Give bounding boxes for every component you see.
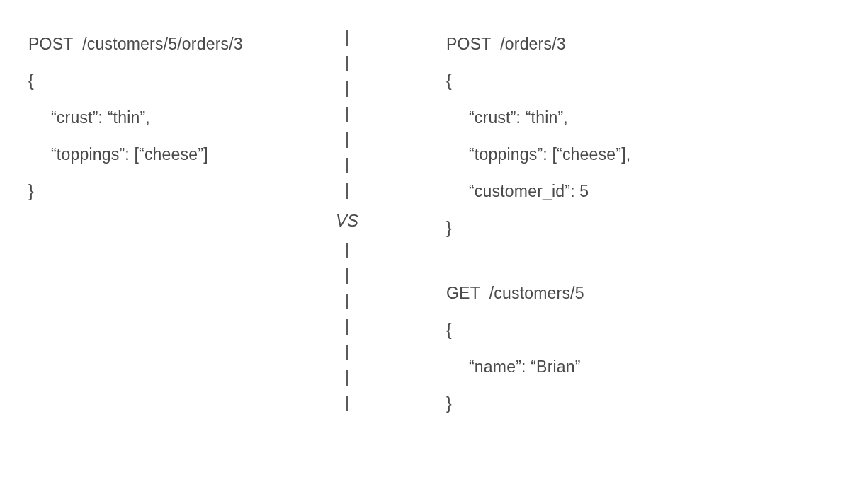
- dash-icon: [346, 268, 348, 284]
- left-column: POST /customers/5/orders/3 { “crust”: “t…: [0, 25, 305, 231]
- code-line: “customer_id”: 5: [446, 173, 829, 210]
- dash-icon: [346, 243, 348, 258]
- dash-icon: [346, 319, 348, 335]
- code-line: }: [446, 210, 829, 246]
- left-request-block: POST /customers/5/orders/3 { “crust”: “t…: [28, 25, 290, 210]
- code-line: {: [28, 62, 290, 99]
- vs-label: VS: [336, 211, 358, 231]
- dash-icon: [346, 183, 348, 199]
- dash-icon: [346, 132, 348, 148]
- code-line: POST /orders/3: [446, 25, 829, 62]
- code-line: }: [446, 385, 829, 422]
- dash-icon: [346, 56, 348, 71]
- dash-icon: [346, 158, 348, 173]
- right-request-1-block: POST /orders/3 { “crust”: “thin”, “toppi…: [446, 25, 829, 246]
- right-request-2-block: GET /customers/5 { “name”: “Brian” }: [446, 275, 829, 422]
- dash-icon: [346, 30, 348, 46]
- code-line: {: [446, 62, 829, 99]
- code-line: POST /customers/5/orders/3: [28, 25, 290, 62]
- dash-icon: [346, 107, 348, 122]
- dash-icon: [346, 294, 348, 309]
- code-line: {: [446, 311, 829, 348]
- dash-icon: [346, 370, 348, 386]
- code-line: “crust”: “thin”,: [446, 99, 829, 136]
- divider-dashes-bottom: [346, 238, 348, 416]
- code-line: GET /customers/5: [446, 275, 829, 311]
- code-line: “crust”: “thin”,: [28, 99, 290, 136]
- code-line: }: [28, 173, 290, 210]
- code-line: “toppings”: [“cheese”],: [446, 136, 829, 173]
- right-column: POST /orders/3 { “crust”: “thin”, “toppi…: [390, 25, 843, 443]
- dash-icon: [346, 345, 348, 360]
- dash-icon: [346, 396, 348, 411]
- divider-dashes-top: [346, 25, 348, 204]
- comparison-container: POST /customers/5/orders/3 { “crust”: “t…: [0, 0, 850, 504]
- code-line: “toppings”: [“cheese”]: [28, 136, 290, 173]
- dash-icon: [346, 81, 348, 97]
- divider: VS: [305, 25, 390, 479]
- code-line: “name”: “Brian”: [446, 348, 829, 385]
